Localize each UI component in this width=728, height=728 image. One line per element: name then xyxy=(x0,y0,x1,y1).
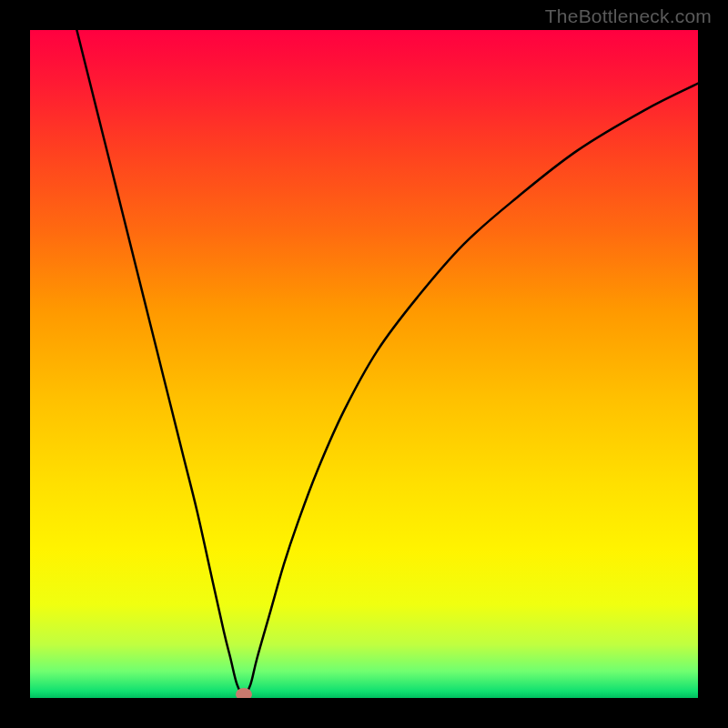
chart-frame: TheBottleneck.com xyxy=(0,0,728,728)
curve-layer xyxy=(30,30,698,698)
watermark-text: TheBottleneck.com xyxy=(545,5,712,27)
bottleneck-curve xyxy=(76,30,698,694)
optimal-point-marker xyxy=(236,688,252,698)
plot-area xyxy=(30,30,698,698)
